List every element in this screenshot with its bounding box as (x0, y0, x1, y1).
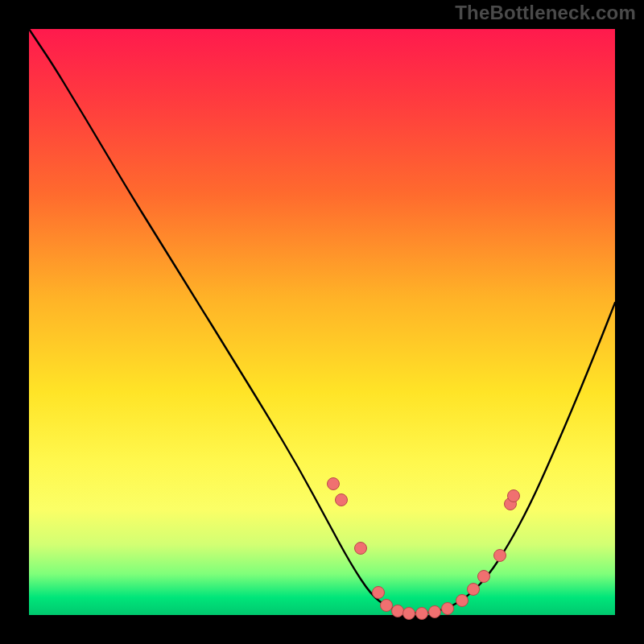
data-dot (373, 587, 385, 599)
data-dot (508, 490, 520, 502)
data-dot (336, 494, 348, 506)
data-dot (381, 600, 393, 612)
data-dot (328, 478, 340, 490)
data-dot (416, 608, 428, 620)
chart-frame: TheBottleneck.com (0, 0, 644, 644)
data-dot (429, 606, 441, 618)
watermark-text: TheBottleneck.com (455, 3, 636, 23)
data-dot (403, 608, 415, 620)
data-dot (442, 603, 454, 615)
bottleneck-curve (29, 29, 615, 613)
data-dot (468, 584, 480, 596)
data-dot (456, 595, 469, 607)
curve-layer (29, 29, 615, 615)
data-dot (355, 543, 367, 555)
data-dot (392, 605, 404, 617)
data-dot (494, 550, 506, 562)
data-dot (478, 571, 490, 583)
